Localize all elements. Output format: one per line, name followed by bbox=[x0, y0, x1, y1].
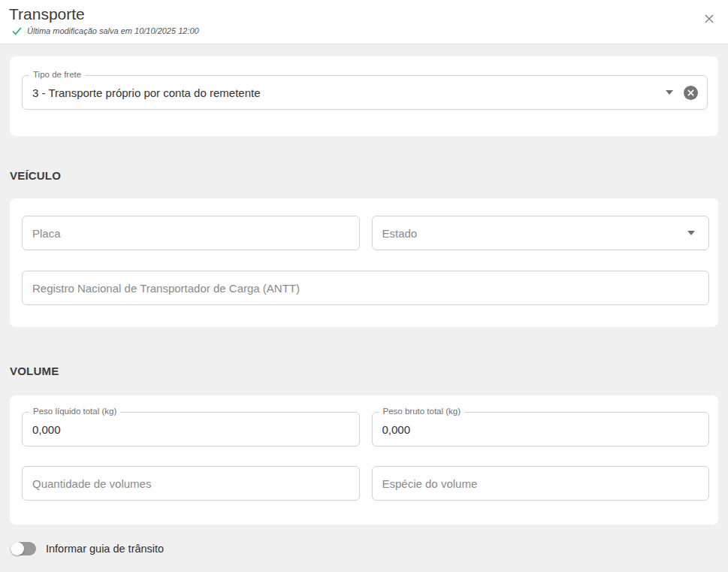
panel-header: Transporte Última modificação salva em 1… bbox=[0, 0, 728, 44]
peso-liquido-field: Peso líquido total (kg) bbox=[22, 412, 360, 446]
peso-liquido-label: Peso líquido total (kg) bbox=[29, 407, 120, 416]
section-title-veiculo: VEÍCULO bbox=[10, 169, 728, 182]
antt-input[interactable] bbox=[22, 271, 709, 305]
transit-guide-label: Informar guia de trânsito bbox=[46, 543, 164, 555]
peso-bruto-label: Peso bruto total (kg) bbox=[379, 407, 465, 416]
chevron-down-icon[interactable] bbox=[666, 90, 673, 95]
especie-volume-input[interactable] bbox=[372, 466, 710, 501]
peso-bruto-input[interactable] bbox=[372, 412, 710, 446]
freight-type-field: Tipo de frete 3 - Transporte próprio por… bbox=[22, 75, 708, 110]
quantidade-volumes-input[interactable] bbox=[22, 466, 360, 501]
freight-type-label: Tipo de frete bbox=[29, 70, 85, 80]
estado-select[interactable]: Estado bbox=[372, 216, 710, 250]
close-icon bbox=[705, 14, 714, 23]
save-status: Última modificação salva em 10/10/2025 1… bbox=[12, 26, 716, 35]
save-status-text: Última modificação salva em 10/10/2025 1… bbox=[27, 26, 199, 35]
transit-guide-row: Informar guia de trânsito bbox=[11, 542, 728, 555]
freight-type-value: 3 - Transporte próprio por conta do reme… bbox=[32, 86, 661, 99]
estado-placeholder: Estado bbox=[382, 227, 684, 240]
toggle-thumb bbox=[11, 542, 24, 555]
page-title: Transporte bbox=[9, 5, 716, 24]
chevron-down-icon[interactable] bbox=[687, 231, 695, 235]
clear-icon[interactable] bbox=[684, 86, 698, 100]
peso-bruto-field: Peso bruto total (kg) bbox=[372, 412, 710, 446]
peso-liquido-input[interactable] bbox=[22, 412, 360, 446]
close-button[interactable] bbox=[701, 11, 717, 27]
section-title-volume: VOLUME bbox=[10, 365, 728, 377]
freight-type-select[interactable]: 3 - Transporte próprio por conta do reme… bbox=[22, 75, 708, 110]
freight-card: Tipo de frete 3 - Transporte próprio por… bbox=[10, 56, 718, 136]
volume-card: Peso líquido total (kg) Peso bruto total… bbox=[10, 395, 718, 525]
check-icon bbox=[12, 27, 22, 35]
vehicle-card: Estado bbox=[10, 198, 718, 327]
placa-input[interactable] bbox=[22, 216, 360, 250]
transit-guide-toggle[interactable] bbox=[11, 542, 36, 555]
